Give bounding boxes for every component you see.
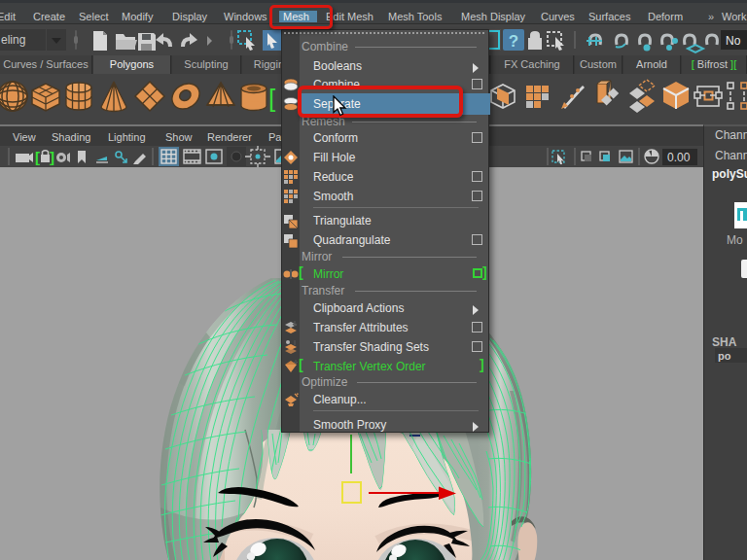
svg-text:[: [ <box>35 149 40 165</box>
svg-text:]: ] <box>50 149 54 165</box>
svg-text:[: [ <box>268 84 276 113</box>
svg-text:No: No <box>726 34 741 48</box>
svg-text:0.00: 0.00 <box>667 151 691 164</box>
svg-text:?: ? <box>509 32 518 51</box>
